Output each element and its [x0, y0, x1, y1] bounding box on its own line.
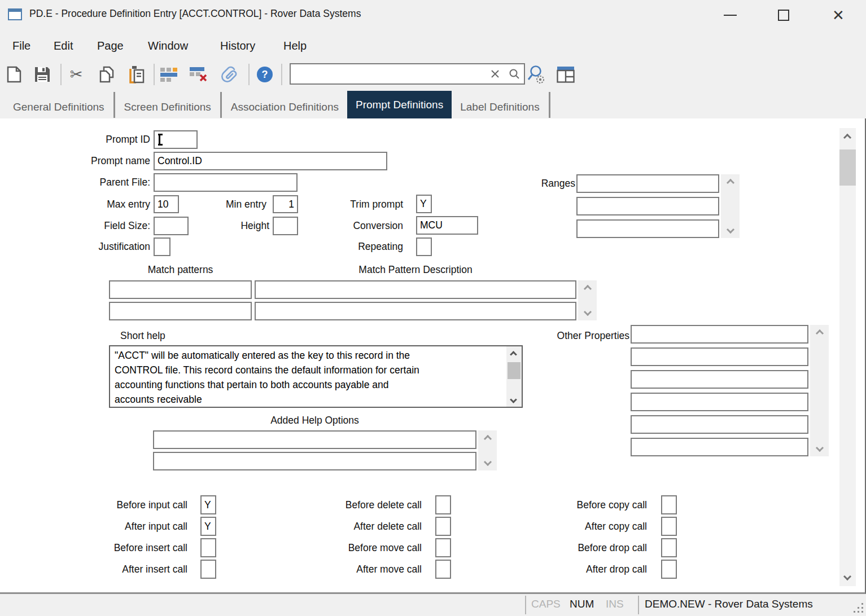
- scroll-up-icon[interactable]: [726, 179, 734, 187]
- paste-icon: [129, 65, 145, 83]
- min-entry-value: 1: [288, 199, 294, 210]
- resize-grip-icon[interactable]: [854, 604, 863, 613]
- scroll-down-icon[interactable]: [815, 444, 823, 452]
- match-pattern-scroll-strip[interactable]: [578, 280, 597, 320]
- attach-button[interactable]: [220, 65, 239, 84]
- short-help-field[interactable]: "ACCT" will be automatically entered as …: [109, 345, 523, 408]
- ranges-field-3[interactable]: [576, 219, 719, 238]
- other-property-field-6[interactable]: [631, 438, 808, 456]
- short-help-scrollbar[interactable]: [506, 346, 522, 407]
- repeating-field[interactable]: [416, 237, 432, 256]
- height-field[interactable]: [273, 217, 298, 235]
- min-entry-field[interactable]: 1: [273, 195, 298, 213]
- copy-button[interactable]: [97, 65, 116, 84]
- ranges-scroll-strip[interactable]: [721, 174, 740, 238]
- minimize-button[interactable]: [716, 3, 744, 27]
- field-size-field[interactable]: [154, 217, 189, 235]
- layout-panels-button[interactable]: [556, 65, 575, 84]
- after-drop-call-field[interactable]: [661, 560, 677, 579]
- parent-file-field[interactable]: [154, 173, 298, 192]
- justification-field[interactable]: [154, 237, 170, 256]
- save-button[interactable]: [33, 65, 52, 84]
- trim-prompt-field[interactable]: Y: [416, 195, 432, 213]
- menu-page[interactable]: Page: [95, 36, 126, 56]
- scroll-up-icon[interactable]: [843, 134, 851, 142]
- maximize-button[interactable]: [769, 3, 798, 27]
- menu-window[interactable]: Window: [146, 36, 190, 56]
- before-copy-call-field[interactable]: [661, 495, 677, 514]
- tab-label-definitions[interactable]: Label Definitions: [452, 95, 548, 118]
- scroll-down-icon[interactable]: [583, 308, 591, 316]
- scrollbar-thumb[interactable]: [508, 362, 521, 379]
- prompt-name-field[interactable]: Control.ID: [154, 152, 387, 170]
- delete-row-icon: [189, 67, 208, 82]
- ranges-field-2[interactable]: [576, 197, 719, 215]
- after-input-call-value: Y: [204, 521, 211, 533]
- other-property-field-2[interactable]: [631, 347, 808, 366]
- maximize-icon: [778, 10, 789, 21]
- advanced-find-button[interactable]: [526, 65, 545, 84]
- scrollbar-thumb[interactable]: [839, 149, 856, 186]
- other-properties-scroll-strip[interactable]: [810, 325, 829, 456]
- form-panel: Prompt ID Prompt name Control.ID Parent …: [0, 118, 866, 594]
- match-pattern-desc-field-1[interactable]: [255, 280, 576, 299]
- scroll-up-icon[interactable]: [483, 435, 491, 443]
- match-pattern-field-2[interactable]: [109, 302, 252, 320]
- menu-help[interactable]: Help: [281, 36, 309, 56]
- other-property-field-1[interactable]: [631, 325, 808, 344]
- tab-prompt-definitions[interactable]: Prompt Definitions: [347, 91, 452, 118]
- prompt-id-field[interactable]: [154, 130, 198, 149]
- other-property-field-3[interactable]: [631, 370, 808, 389]
- tab-general-definitions[interactable]: General Definitions: [5, 95, 113, 118]
- before-delete-call-field[interactable]: [435, 495, 451, 514]
- after-move-call-field[interactable]: [435, 560, 451, 579]
- paste-button[interactable]: [127, 65, 146, 84]
- menu-file[interactable]: File: [10, 36, 33, 56]
- conversion-field[interactable]: MCU: [416, 216, 478, 235]
- close-button[interactable]: ✕: [824, 3, 852, 27]
- after-input-call-field[interactable]: Y: [200, 517, 216, 536]
- search-go-button[interactable]: [505, 64, 524, 83]
- tab-association-definitions[interactable]: Association Definitions: [222, 95, 347, 118]
- scroll-down-icon[interactable]: [483, 458, 491, 466]
- layout-panels-icon: [557, 66, 575, 83]
- after-insert-call-field[interactable]: [200, 560, 216, 579]
- before-move-call-field[interactable]: [435, 538, 451, 557]
- ranges-field-1[interactable]: [576, 174, 719, 193]
- search-box[interactable]: [290, 63, 525, 85]
- main-scrollbar[interactable]: [839, 128, 856, 586]
- scroll-up-icon[interactable]: [583, 285, 591, 293]
- menu-history[interactable]: History: [218, 36, 257, 56]
- help-button[interactable]: ?: [255, 65, 274, 84]
- scroll-down-icon[interactable]: [510, 396, 517, 403]
- search-clear-button[interactable]: [486, 64, 505, 83]
- clear-x-icon: [491, 70, 499, 78]
- max-entry-field[interactable]: 10: [154, 195, 179, 213]
- insert-row-button[interactable]: [160, 65, 179, 84]
- before-input-call-field[interactable]: Y: [200, 495, 216, 514]
- other-property-field-4[interactable]: [631, 393, 808, 411]
- scroll-up-icon[interactable]: [815, 329, 823, 337]
- scroll-down-icon[interactable]: [843, 573, 851, 580]
- match-pattern-desc-field-2[interactable]: [255, 302, 576, 320]
- after-copy-call-field[interactable]: [661, 517, 677, 536]
- cut-button[interactable]: ✂: [67, 65, 86, 84]
- cut-icon: ✂: [70, 65, 83, 83]
- scroll-down-icon[interactable]: [726, 226, 734, 234]
- before-drop-call-field[interactable]: [661, 538, 677, 557]
- prompt-id-label: Prompt ID: [37, 132, 150, 147]
- other-property-field-5[interactable]: [631, 415, 808, 434]
- toolbar-separator: [281, 64, 282, 85]
- delete-row-button[interactable]: [189, 65, 208, 84]
- scroll-up-icon[interactable]: [510, 351, 517, 358]
- before-insert-call-field[interactable]: [200, 538, 216, 557]
- before-delete-call-label: Before delete call: [309, 498, 422, 513]
- menu-edit[interactable]: Edit: [51, 36, 75, 56]
- added-help-option-field-1[interactable]: [153, 430, 476, 449]
- match-pattern-field-1[interactable]: [109, 280, 252, 299]
- after-delete-call-field[interactable]: [435, 517, 451, 536]
- new-document-button[interactable]: [5, 65, 24, 84]
- added-help-option-field-2[interactable]: [153, 452, 476, 470]
- added-help-scroll-strip[interactable]: [478, 430, 497, 470]
- tab-screen-definitions[interactable]: Screen Definitions: [116, 95, 220, 118]
